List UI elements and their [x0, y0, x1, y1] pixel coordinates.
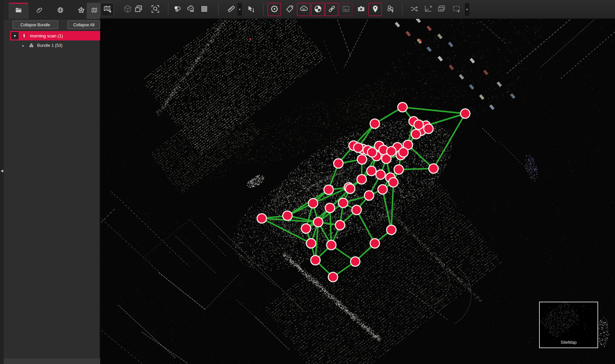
- scan-position-marker[interactable]: [335, 220, 345, 230]
- map-icon: [91, 6, 98, 15]
- collapse-all-button[interactable]: Collapse All: [67, 21, 100, 29]
- registration-edge: [391, 182, 393, 230]
- scan-position-marker[interactable]: [387, 147, 396, 156]
- mark-point-cloud-button[interactable]: [297, 3, 310, 16]
- scan-position-marker[interactable]: [424, 124, 433, 133]
- swap-views-button[interactable]: [407, 3, 421, 16]
- map-add-icon: [103, 4, 112, 15]
- scan-position-marker[interactable]: [351, 257, 360, 266]
- image-frame-icon: [341, 4, 351, 15]
- scan-position-marker[interactable]: [370, 239, 380, 248]
- mark-sphere-button[interactable]: [268, 3, 281, 16]
- scan-position-marker[interactable]: [399, 148, 408, 157]
- project-sidebar: Collapse Bundle Collapse All ▾ morning s…: [4, 0, 100, 364]
- tree-item-morning-scan[interactable]: ▾ morning scan (1): [10, 31, 100, 40]
- registration-network-overlay: [100, 19, 615, 364]
- scan-position-marker[interactable]: [325, 203, 335, 213]
- dropdown-caret-icon[interactable]: ▾: [465, 3, 469, 16]
- scan-position-marker[interactable]: [376, 170, 385, 179]
- scan-position-marker[interactable]: [367, 148, 377, 157]
- scan-position-marker[interactable]: [308, 199, 318, 208]
- pointcloud-viewport[interactable]: SiteMap: [100, 19, 615, 364]
- scan-position-marker[interactable]: [352, 205, 361, 215]
- scan-position-marker[interactable]: [306, 239, 316, 248]
- toolbar-separator: [218, 3, 219, 16]
- dropdown-caret-icon[interactable]: ▾: [237, 3, 242, 16]
- tab-attachments[interactable]: [29, 3, 50, 19]
- examine-point-button[interactable]: [244, 3, 257, 16]
- images-stack-icon: [437, 4, 446, 15]
- selection-tools-button[interactable]: [450, 3, 463, 16]
- arrange-views-button[interactable]: [132, 3, 145, 16]
- registration-edge: [383, 189, 391, 230]
- dashed-rect-icon: [452, 4, 461, 15]
- map-pin-icon: [371, 4, 380, 15]
- scan-position-marker[interactable]: [283, 211, 292, 220]
- gray-square-icon: [200, 4, 209, 15]
- screenshot-button[interactable]: [354, 3, 368, 16]
- scan-position-marker[interactable]: [324, 185, 333, 194]
- scan-position-marker[interactable]: [387, 225, 396, 235]
- scan-position-marker[interactable]: [328, 272, 338, 282]
- link-pen-icon: [327, 4, 336, 15]
- scan-position-marker[interactable]: [378, 185, 387, 194]
- scan-position-marker[interactable]: [338, 198, 348, 208]
- scan-position-marker[interactable]: [357, 155, 367, 164]
- scan-position-marker[interactable]: [313, 217, 323, 227]
- sitemap-view-toggle-button[interactable]: [101, 3, 114, 16]
- cursor-temp-icon: [246, 4, 255, 15]
- folder-icon: [15, 6, 22, 15]
- mark-image-button[interactable]: [339, 3, 353, 16]
- add-coordinate-system-button[interactable]: [421, 3, 435, 16]
- scan-position-marker[interactable]: [411, 129, 421, 139]
- tree-item-label: Bundle 1 (53): [37, 43, 62, 48]
- zoom-to-selection-button[interactable]: [148, 3, 162, 16]
- scan-position-marker[interactable]: [257, 214, 267, 223]
- mark-checkerboard-button[interactable]: [311, 3, 325, 16]
- point-colorization-button[interactable]: [170, 3, 184, 16]
- mark-location-button[interactable]: [368, 3, 382, 16]
- globe-icon: [57, 6, 64, 15]
- tag-icon: [285, 4, 294, 15]
- left-edge-strip: ◀: [0, 0, 4, 364]
- scan-position-marker[interactable]: [460, 109, 470, 118]
- shuffle-icon: [410, 4, 419, 15]
- scan-position-marker[interactable]: [364, 191, 374, 200]
- collapse-bundle-button[interactable]: Collapse Bundle: [12, 21, 58, 29]
- checker-target-icon: [313, 4, 323, 15]
- scan-position-marker[interactable]: [394, 165, 403, 174]
- scan-position-marker[interactable]: [354, 143, 363, 152]
- camera-icon: [357, 4, 366, 15]
- background-color-button[interactable]: [197, 3, 211, 16]
- scan-position-marker[interactable]: [389, 178, 398, 187]
- scan-position-marker[interactable]: [370, 119, 380, 128]
- sidebar-horizontal-scrollbar[interactable]: [4, 358, 100, 364]
- measure-tool-button[interactable]: [224, 3, 238, 16]
- scan-position-marker[interactable]: [327, 240, 336, 250]
- tab-web[interactable]: [50, 3, 71, 19]
- registration-edge: [357, 210, 375, 243]
- cluster-filter-icon: [386, 4, 395, 15]
- scan-position-marker[interactable]: [414, 120, 423, 129]
- tab-project-structure[interactable]: [8, 3, 29, 19]
- scan-position-marker[interactable]: [398, 102, 407, 112]
- image-gallery-button[interactable]: [435, 3, 448, 16]
- scan-position-marker[interactable]: [357, 175, 366, 184]
- scan-position-marker[interactable]: [429, 164, 438, 173]
- scan-position-marker[interactable]: [311, 255, 320, 265]
- scan-position-marker[interactable]: [367, 166, 376, 176]
- windows-icon: [134, 4, 143, 15]
- tree-item-bundle-1[interactable]: ▸ Bundle 1 (53): [10, 41, 100, 50]
- point-cloud-settings-button[interactable]: [184, 3, 197, 16]
- scan-position-marker[interactable]: [334, 159, 343, 168]
- network-icon: [78, 6, 85, 15]
- sitemap-overlay-panel[interactable]: SiteMap: [539, 302, 598, 348]
- mark-label-button[interactable]: [283, 3, 296, 16]
- mark-line-button[interactable]: [325, 3, 338, 16]
- expander-closed-icon[interactable]: ▸: [21, 43, 26, 48]
- expander-open-icon[interactable]: ▾: [11, 32, 19, 39]
- scan-position-marker[interactable]: [301, 224, 311, 233]
- filter-cluster-button[interactable]: [384, 3, 397, 16]
- scan-position-marker[interactable]: [345, 184, 355, 193]
- panel-collapse-arrow-icon[interactable]: ◀: [0, 167, 4, 175]
